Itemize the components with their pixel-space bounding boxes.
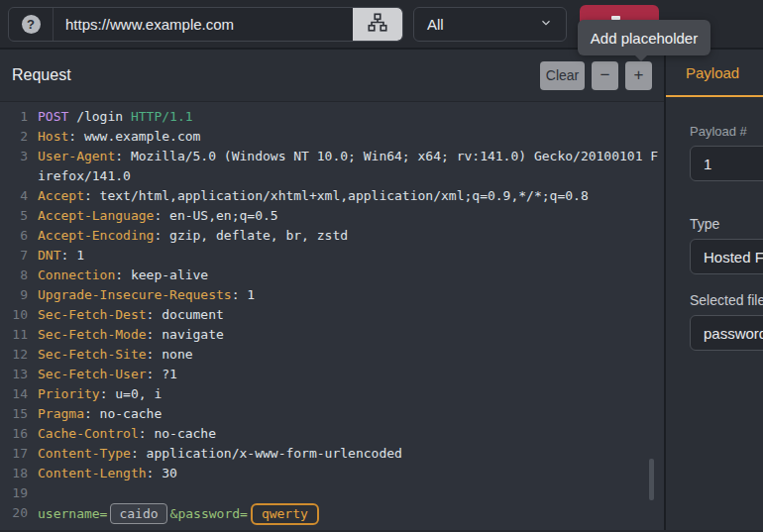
request-header: Request Clear − +	[0, 50, 664, 102]
request-line[interactable]: 8Connection: keep-alive	[0, 266, 664, 285]
code-segment: HTTP/1.1	[131, 109, 193, 124]
request-line[interactable]: 5Accept-Language: en-US,en;q=0.5	[0, 206, 664, 226]
code-segment: Accept	[38, 188, 84, 203]
selected-file-label: Selected file	[690, 292, 763, 308]
line-number: 20	[0, 503, 28, 525]
line-number: 2	[0, 127, 28, 147]
scope-dropdown-value: All	[427, 16, 444, 33]
code-segment: Cache-Control	[38, 426, 139, 441]
scope-dropdown[interactable]: All	[413, 7, 567, 42]
code-segment: Priority	[38, 386, 100, 401]
line-number: 1	[0, 107, 28, 127]
help-icon: ?	[22, 15, 41, 34]
line-content: Sec-Fetch-Mode: navigate	[38, 325, 660, 345]
request-actions: Clear − +	[540, 61, 652, 90]
code-segment: : application/x-www-form-urlencoded	[131, 446, 402, 461]
request-line[interactable]: 11Sec-Fetch-Mode: navigate	[0, 325, 664, 345]
code-segment: Sec-Fetch-Dest	[38, 307, 147, 322]
request-line[interactable]: 19	[0, 483, 664, 503]
request-line[interactable]: 3User-Agent: Mozilla/5.0 (Windows NT 10.…	[0, 147, 664, 186]
line-number: 16	[0, 424, 28, 444]
line-number: 9	[0, 285, 28, 305]
request-panel-title: Request	[12, 66, 71, 84]
placeholder-chip-selected[interactable]: qwerty	[251, 503, 319, 525]
code-segment: : 1	[60, 248, 83, 263]
code-segment: : none	[147, 347, 193, 362]
sitemap-button[interactable]	[353, 8, 402, 41]
code-segment: Connection	[38, 267, 115, 282]
placeholder-chip[interactable]: caido	[110, 503, 166, 524]
code-segment: Content-Length	[38, 466, 147, 480]
selected-file-dropdown[interactable]: passwords.txt	[690, 315, 763, 351]
request-line[interactable]: 15Pragma: no-cache	[0, 404, 664, 424]
clear-button[interactable]: Clear	[540, 61, 585, 90]
code-segment: username=	[38, 506, 107, 521]
request-line[interactable]: 4Accept: text/html,application/xhtml+xml…	[0, 186, 664, 206]
code-segment: Host	[38, 129, 68, 144]
tab-payload[interactable]: Payload	[686, 64, 739, 81]
editor-scrollbar-thumb[interactable]	[649, 459, 654, 500]
code-segment: : document	[147, 307, 224, 322]
code-segment: User-Agent	[38, 149, 115, 163]
sitemap-icon	[367, 12, 388, 37]
request-line[interactable]: 14Priority: u=0, i	[0, 384, 664, 404]
code-segment: : www.example.com	[68, 129, 200, 144]
code-segment: : en-US,en;q=0.5	[154, 208, 277, 223]
line-number: 15	[0, 404, 28, 424]
line-number: 3	[0, 147, 28, 186]
code-segment: Content-Type	[38, 446, 131, 461]
request-line[interactable]: 13Sec-Fetch-User: ?1	[0, 365, 664, 384]
payload-panel: Payload Payload # 1 Type Hosted File Sel…	[666, 50, 763, 530]
request-line[interactable]: 1POST /login HTTP/1.1	[0, 107, 664, 127]
request-line[interactable]: 18Content-Length: 30	[0, 464, 664, 483]
line-number: 12	[0, 345, 28, 365]
request-line[interactable]: 10Sec-Fetch-Dest: document	[0, 305, 664, 325]
line-number: 5	[0, 206, 28, 226]
line-content: Priority: u=0, i	[38, 384, 660, 404]
code-segment: Sec-Fetch-Site	[38, 347, 147, 362]
remove-placeholder-button[interactable]: −	[592, 61, 618, 90]
code-segment: Upgrade-Insecure-Requests	[38, 287, 232, 302]
line-content: POST /login HTTP/1.1	[38, 107, 660, 127]
line-number: 14	[0, 384, 28, 404]
request-line[interactable]: 20username=caido&password=qwerty	[0, 503, 664, 525]
request-editor[interactable]: 1POST /login HTTP/1.12Host: www.example.…	[0, 102, 664, 530]
payload-type-label: Type	[690, 216, 763, 232]
help-button[interactable]: ?	[9, 8, 54, 41]
code-segment: /login	[68, 109, 131, 124]
line-content: Accept: text/html,application/xhtml+xml,…	[38, 186, 660, 206]
payload-type-dropdown[interactable]: Hosted File	[690, 239, 763, 274]
line-content: Accept-Encoding: gzip, deflate, br, zstd	[38, 226, 660, 246]
line-content: User-Agent: Mozilla/5.0 (Windows NT 10.0…	[38, 147, 660, 186]
request-line[interactable]: 12Sec-Fetch-Site: none	[0, 345, 664, 365]
request-panel: Request Clear − + 1POST /login HTTP/1.12…	[0, 50, 666, 530]
line-content: Pragma: no-cache	[38, 404, 660, 424]
payload-number-input[interactable]: 1	[690, 146, 763, 181]
main-split: Request Clear − + 1POST /login HTTP/1.12…	[0, 50, 763, 530]
add-placeholder-button[interactable]: +	[625, 61, 652, 90]
code-segment: : gzip, deflate, br, zstd	[154, 228, 348, 243]
line-content: Sec-Fetch-Dest: document	[38, 305, 660, 325]
request-line[interactable]: 7DNT: 1	[0, 246, 664, 266]
code-segment: : 30	[147, 466, 177, 480]
line-content: Cache-Control: no-cache	[38, 424, 660, 444]
line-number: 4	[0, 186, 28, 206]
code-segment: &password=	[170, 506, 248, 521]
code-segment: : navigate	[147, 327, 224, 342]
request-line[interactable]: 2Host: www.example.com	[0, 127, 664, 147]
request-line[interactable]: 6Accept-Encoding: gzip, deflate, br, zst…	[0, 226, 664, 246]
code-segment: Sec-Fetch-Mode	[38, 327, 147, 342]
chevron-down-icon	[539, 16, 553, 33]
line-number: 11	[0, 325, 28, 345]
line-content: Sec-Fetch-Site: none	[38, 345, 660, 365]
code-segment: : u=0, i	[100, 386, 163, 401]
line-content: Sec-Fetch-User: ?1	[38, 365, 660, 384]
line-content: Host: www.example.com	[38, 127, 660, 147]
request-line[interactable]: 9Upgrade-Insecure-Requests: 1	[0, 285, 664, 305]
code-segment: : no-cache	[84, 406, 162, 421]
payload-tabbar: Payload	[666, 50, 763, 97]
url-input[interactable]: https://www.example.com	[54, 8, 353, 41]
code-segment: DNT	[38, 248, 60, 263]
request-line[interactable]: 16Cache-Control: no-cache	[0, 424, 664, 444]
request-line[interactable]: 17Content-Type: application/x-www-form-u…	[0, 444, 664, 464]
